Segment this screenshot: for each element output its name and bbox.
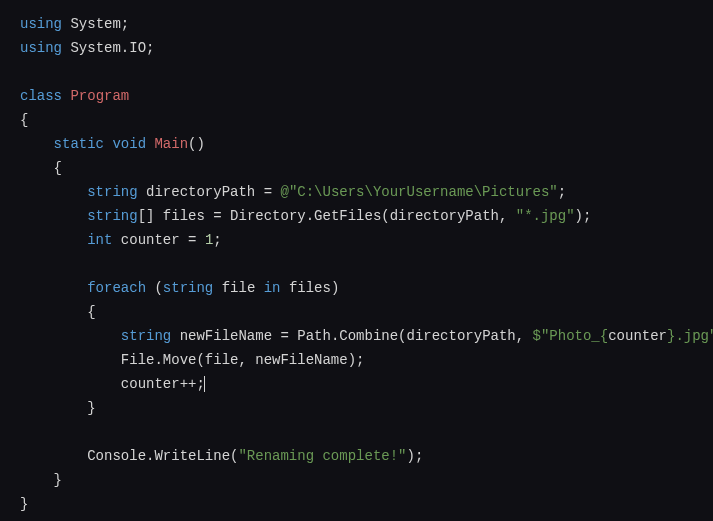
- close-paren: ): [575, 208, 583, 224]
- equals: =: [255, 184, 280, 200]
- close-paren: ): [406, 448, 414, 464]
- semicolon: ;: [415, 448, 423, 464]
- keyword-string: string: [87, 184, 137, 200]
- keyword-in: in: [264, 280, 281, 296]
- semicolon: ;: [356, 352, 364, 368]
- string-literal: "*.jpg": [516, 208, 575, 224]
- at-sign: @: [280, 184, 288, 200]
- keyword-using: using: [20, 40, 62, 56]
- identifier: files: [289, 280, 331, 296]
- line-19: Console.WriteLine("Renaming complete!");: [87, 448, 423, 464]
- line-15: File.Move(file, newFileName);: [121, 352, 365, 368]
- method-call: File.Move(file, newFileName): [121, 352, 356, 368]
- keyword-static: static: [54, 136, 104, 152]
- line-10: int counter = 1;: [87, 232, 221, 248]
- identifier: file: [222, 280, 256, 296]
- interp-open: {: [600, 328, 608, 344]
- identifier: directoryPath: [146, 184, 255, 200]
- keyword-class: class: [20, 88, 62, 104]
- parens: (): [188, 136, 205, 152]
- method-name: Main: [154, 136, 188, 152]
- keyword-string: string: [121, 328, 171, 344]
- brace-open: {: [87, 304, 95, 320]
- method-call: Directory.GetFiles(directoryPath,: [230, 208, 516, 224]
- statement: counter++: [121, 376, 197, 392]
- method-call: Path.Combine(directoryPath,: [297, 328, 532, 344]
- identifier: System.IO: [70, 40, 146, 56]
- keyword-foreach: foreach: [87, 280, 146, 296]
- equals: =: [272, 328, 297, 344]
- brace-close: }: [54, 472, 62, 488]
- brackets: []: [138, 208, 155, 224]
- method-call: Console.WriteLine(: [87, 448, 238, 464]
- string-literal: .jpg": [675, 328, 713, 344]
- close-paren: ): [331, 280, 339, 296]
- string-literal: "Renaming complete!": [238, 448, 406, 464]
- line-16: counter++;: [121, 376, 205, 392]
- semicolon: ;: [146, 40, 154, 56]
- line-8: string directoryPath = @"C:\Users\YourUs…: [87, 184, 566, 200]
- string-literal: "Photo_: [541, 328, 600, 344]
- line-12: foreach (string file in files): [87, 280, 339, 296]
- keyword-using: using: [20, 16, 62, 32]
- equals: =: [205, 208, 230, 224]
- open-paren: (: [146, 280, 163, 296]
- class-name: Program: [70, 88, 129, 104]
- code-editor[interactable]: using System; using System.IO; class Pro…: [20, 12, 693, 516]
- semicolon: ;: [121, 16, 129, 32]
- dollar-sign: $: [533, 328, 541, 344]
- interp-identifier: counter: [608, 328, 667, 344]
- identifier: counter: [121, 232, 180, 248]
- brace-open: {: [54, 160, 62, 176]
- semicolon: ;: [583, 208, 591, 224]
- identifier: newFileName: [180, 328, 272, 344]
- line-6: static void Main(): [54, 136, 205, 152]
- identifier: System: [70, 16, 120, 32]
- equals: =: [180, 232, 205, 248]
- line-4: class Program: [20, 88, 129, 104]
- brace-close: }: [87, 400, 95, 416]
- identifier: files: [163, 208, 205, 224]
- semicolon: ;: [558, 184, 566, 200]
- keyword-void: void: [112, 136, 146, 152]
- keyword-string: string: [163, 280, 213, 296]
- line-14: string newFileName = Path.Combine(direct…: [121, 328, 713, 344]
- line-2: using System.IO;: [20, 40, 154, 56]
- keyword-int: int: [87, 232, 112, 248]
- text-cursor: [204, 376, 205, 392]
- string-literal: "C:\Users\YourUsername\Pictures": [289, 184, 558, 200]
- line-9: string[] files = Directory.GetFiles(dire…: [87, 208, 591, 224]
- brace-close: }: [20, 496, 28, 512]
- keyword-string: string: [87, 208, 137, 224]
- brace-open: {: [20, 112, 28, 128]
- semicolon: ;: [213, 232, 221, 248]
- line-1: using System;: [20, 16, 129, 32]
